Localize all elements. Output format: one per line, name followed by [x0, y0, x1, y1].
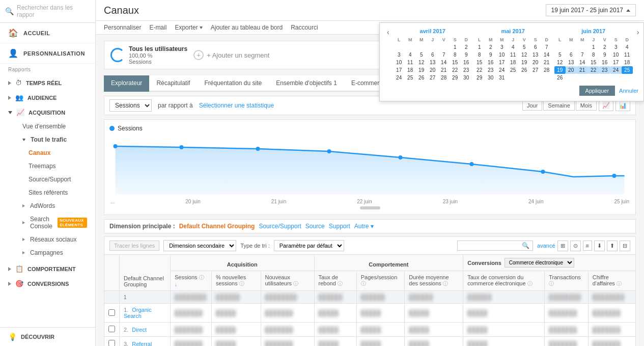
cal-day[interactable]: 18 — [622, 59, 633, 66]
sidebar-item-treemaps[interactable]: Treemaps — [0, 159, 95, 173]
cal-day[interactable]: 7 — [438, 51, 450, 59]
sidebar-item-comportement[interactable]: 📋 COMPORTEMENT — [0, 261, 95, 276]
sidebar-item-sites-referents[interactable]: Sites référents — [0, 186, 95, 199]
sidebar-item-vue-ensemble[interactable]: Vue d'ensemble — [0, 120, 95, 133]
cal-day[interactable]: 1 — [588, 43, 599, 51]
cal-day[interactable]: 28 — [438, 74, 450, 82]
sidebar-item-personnalisation[interactable]: 👤 PERSONNALISATION — [0, 43, 95, 64]
view-btn-mois[interactable]: Mois — [576, 100, 597, 111]
ajouter-button[interactable]: Ajouter au tableau de bord — [211, 24, 283, 31]
cal-day[interactable]: 15 — [588, 59, 599, 66]
email-button[interactable]: E-mail — [149, 24, 166, 31]
cal-day[interactable]: 5 — [416, 51, 427, 59]
cal-day[interactable]: 27 — [530, 66, 541, 74]
default-channel-link[interactable]: Default Channel Grouping — [179, 223, 255, 230]
cal-day[interactable]: 22 — [474, 66, 485, 74]
cal-day[interactable]: 10 — [610, 51, 622, 59]
cal-day[interactable]: 13 — [427, 59, 438, 66]
table-icon-btn-6[interactable]: ⊟ — [620, 241, 630, 251]
cal-day[interactable]: 2 — [485, 43, 496, 51]
tab-ensemble-objectifs[interactable]: Ensemble d'objectifs 1 — [269, 75, 344, 92]
cal-day[interactable]: 26 — [519, 66, 530, 74]
cal-day[interactable]: 11 — [508, 51, 519, 59]
cal-day[interactable]: 24 — [394, 74, 405, 82]
table-icon-btn-4[interactable]: ⬇ — [594, 241, 605, 251]
line-chart-button[interactable]: 📈 — [599, 100, 613, 111]
cal-day[interactable]: 8 — [450, 51, 461, 59]
cal-day-selected[interactable]: 25 — [622, 66, 633, 74]
trace-lignes-button[interactable]: Tracer les lignes — [109, 241, 159, 251]
cal-day[interactable]: 22 — [450, 66, 461, 74]
cal-day-range[interactable]: 24 — [610, 66, 622, 74]
cal-day[interactable]: 25 — [508, 66, 519, 74]
view-btn-jour[interactable]: Jour — [522, 100, 542, 111]
cal-day[interactable]: 6 — [427, 51, 438, 59]
sidebar-item-accueil[interactable]: 🏠 ACCUEIL — [0, 23, 95, 43]
cal-day[interactable]: 5 — [519, 43, 530, 51]
cal-day[interactable]: 19 — [416, 66, 427, 74]
cal-day[interactable]: 31 — [496, 74, 508, 82]
referral-link[interactable]: Referral — [132, 341, 152, 347]
sessions-select[interactable]: Sessions — [109, 99, 152, 112]
tab-frequentation[interactable]: Fréquentation du site — [197, 75, 269, 92]
cal-day[interactable]: 25 — [405, 74, 416, 82]
cal-day[interactable]: 23 — [461, 66, 472, 74]
cal-day[interactable]: 2 — [461, 43, 472, 51]
cal-day[interactable]: 14 — [438, 59, 450, 66]
cal-day[interactable]: 20 — [530, 59, 541, 66]
sidebar-item-decouvrir[interactable]: 💡 DÉCOUVRIR — [0, 327, 95, 346]
cal-day[interactable]: 30 — [461, 74, 472, 82]
cal-day[interactable]: 15 — [450, 59, 461, 66]
cal-day[interactable]: 28 — [541, 66, 552, 74]
sort-arrow-sessions[interactable]: ↓ — [175, 282, 177, 287]
cal-day[interactable]: 26 — [554, 74, 566, 82]
selectionner-stat-link[interactable]: Sélectionner une statistique — [199, 102, 274, 109]
cal-day[interactable]: 16 — [485, 59, 496, 66]
cal-day[interactable]: 18 — [405, 66, 416, 74]
sidebar-item-canaux[interactable]: Canaux — [0, 146, 95, 159]
cal-day[interactable]: 9 — [461, 51, 472, 59]
cal-day[interactable]: 3 — [394, 51, 405, 59]
cal-day[interactable]: 21 — [541, 59, 552, 66]
cal-day[interactable]: 17 — [394, 66, 405, 74]
cal-day[interactable]: 10 — [496, 51, 508, 59]
sidebar-item-conversions[interactable]: 🎯 CONVERSIONS — [0, 276, 95, 291]
cal-day-selected[interactable]: 19 — [554, 66, 566, 74]
cal-day[interactable]: 1 — [474, 43, 485, 51]
cal-day[interactable]: 21 — [438, 66, 450, 74]
view-btn-semaine[interactable]: Semaine — [543, 100, 574, 111]
add-segment-button[interactable]: + + Ajouter un segment — [193, 50, 269, 60]
table-icon-btn-5[interactable]: ⬆ — [607, 241, 618, 251]
sidebar-item-temps-reel[interactable]: ⏱ TEMPS RÉEL — [0, 75, 95, 90]
cal-day[interactable]: 2 — [599, 43, 610, 51]
source-support-link[interactable]: Source/Support — [259, 223, 301, 230]
table-icon-btn-2[interactable]: ⊙ — [570, 241, 581, 251]
sidebar-item-campagnes[interactable]: Campagnes — [0, 246, 95, 259]
sidebar-item-source-support[interactable]: Source/Support — [0, 173, 95, 186]
apply-button[interactable]: Appliquer — [579, 86, 615, 96]
date-range-button[interactable]: 19 juin 2017 - 25 juin 2017 — [546, 4, 636, 16]
source-link[interactable]: Source — [305, 223, 325, 230]
cal-next-button[interactable]: › — [635, 28, 641, 36]
cal-day[interactable]: 24 — [496, 66, 508, 74]
tab-recapitulatif[interactable]: Récapitulatif — [149, 75, 197, 92]
cal-day[interactable]: 12 — [416, 59, 427, 66]
cal-day[interactable]: 30 — [485, 74, 496, 82]
cal-day[interactable]: 11 — [622, 51, 633, 59]
cal-day[interactable]: 23 — [485, 66, 496, 74]
cal-day[interactable]: 19 — [519, 59, 530, 66]
direct-link[interactable]: Direct — [132, 327, 147, 333]
cal-day[interactable]: 17 — [610, 59, 622, 66]
cal-prev-button[interactable]: ‹ — [385, 28, 391, 36]
cal-day[interactable]: 6 — [566, 51, 577, 59]
sidebar-item-acquisition[interactable]: 📈 ACQUISITION — [0, 105, 95, 120]
cal-day[interactable]: 4 — [622, 43, 633, 51]
cal-day[interactable]: 1 — [450, 43, 461, 51]
cal-day[interactable]: 26 — [416, 74, 427, 82]
cal-day[interactable]: 6 — [530, 43, 541, 51]
sidebar-item-reseaux-sociaux[interactable]: Réseaux sociaux — [0, 233, 95, 246]
raccourci-button[interactable]: Raccourci — [291, 24, 318, 31]
sidebar-item-adwords[interactable]: AdWords — [0, 199, 95, 212]
cal-day-range[interactable]: 21 — [577, 66, 588, 74]
cal-day[interactable]: 7 — [577, 51, 588, 59]
